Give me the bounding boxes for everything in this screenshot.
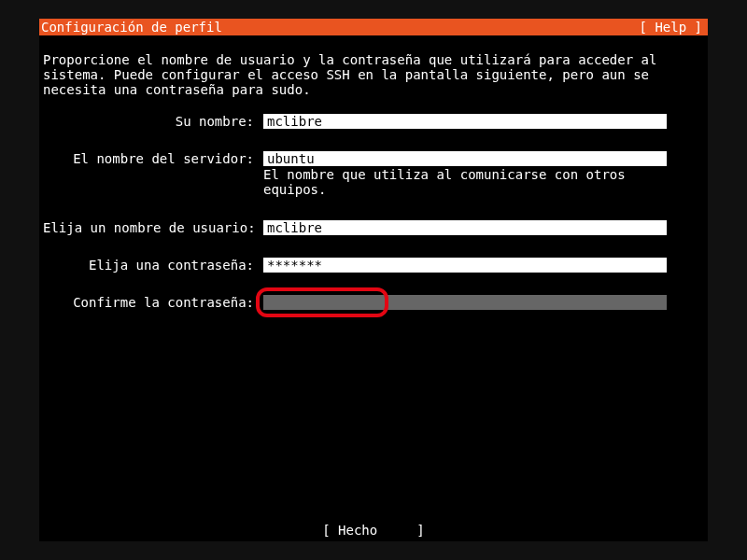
password-label: Elija una contraseña: bbox=[43, 258, 263, 273]
confirm-label: Confirme la contraseña: bbox=[43, 295, 263, 310]
window-title: Configuración de perfil bbox=[41, 20, 222, 35]
installer-window: Configuración de perfil [ Help ] Proporc… bbox=[39, 19, 708, 541]
name-input[interactable]: mclibre bbox=[263, 114, 667, 129]
done-button[interactable]: [ Hecho ] bbox=[39, 523, 708, 538]
server-input[interactable]: ubuntu bbox=[263, 151, 667, 166]
name-label: Su nombre: bbox=[43, 114, 263, 129]
server-label: El nombre del servidor: bbox=[43, 151, 263, 166]
password-input[interactable]: ******* bbox=[263, 258, 667, 273]
server-hint: El nombre que utiliza al comunicarse con… bbox=[263, 166, 667, 197]
intro-text: Proporcione el nombre de usuario y la co… bbox=[43, 52, 704, 97]
form-body: Proporcione el nombre de usuario y la co… bbox=[39, 35, 708, 310]
help-button[interactable]: [ Help ] bbox=[640, 20, 702, 35]
confirm-input[interactable]: _ bbox=[263, 295, 667, 310]
titlebar: Configuración de perfil [ Help ] bbox=[39, 19, 708, 35]
username-label: Elija un nombre de usuario: bbox=[43, 220, 263, 235]
username-input[interactable]: mclibre bbox=[263, 220, 667, 235]
